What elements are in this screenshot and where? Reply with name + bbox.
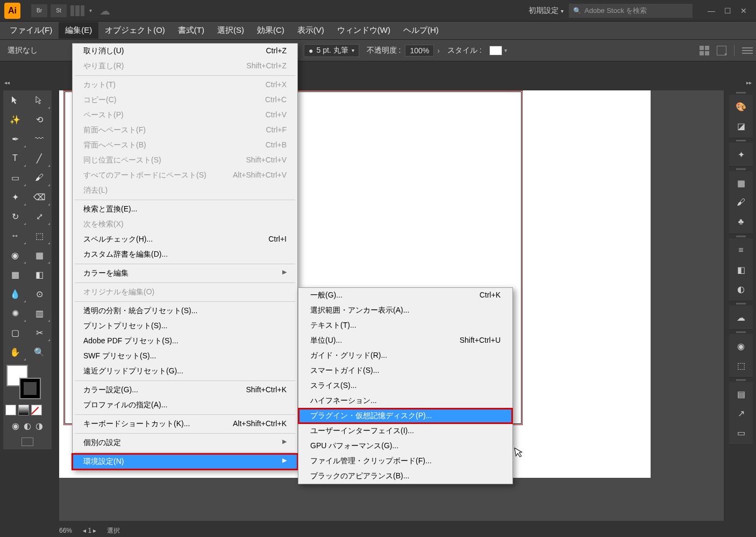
chevron-down-icon[interactable]: ▾ (504, 47, 507, 53)
direct-selection-tool[interactable] (27, 90, 51, 110)
draw-behind-icon[interactable]: ◐ (24, 421, 31, 431)
shaper-tool[interactable]: ✦ (3, 187, 27, 207)
blend-tool[interactable]: ⊙ (27, 284, 51, 303)
menu-help[interactable]: ヘルプ(H) (397, 22, 445, 39)
color-mode[interactable] (5, 405, 16, 415)
opacity-input[interactable]: 100% (405, 45, 434, 56)
cloud-sync-icon[interactable]: ☁ (99, 4, 110, 17)
menu-color-settings[interactable]: カラー設定(G)...Shift+Ctrl+K (73, 383, 297, 398)
screen-mode-button[interactable] (3, 434, 52, 449)
artboard-tool[interactable]: ▢ (3, 323, 27, 342)
menu-paste-all-artboards[interactable]: すべてのアートボードにペースト(S)Alt+Shift+Ctrl+V (73, 168, 297, 183)
stroke-panel-icon[interactable]: ≡ (729, 241, 753, 260)
eyedropper-tool[interactable]: 💧 (3, 284, 27, 303)
menu-assign-profile[interactable]: プロファイルの指定(A)... (73, 398, 297, 413)
menu-edit[interactable]: 編集(E) (59, 22, 98, 39)
transparency-panel-icon[interactable]: ◐ (729, 279, 753, 299)
menu-my-settings[interactable]: 個別の設定▶ (73, 435, 297, 450)
column-graph-tool[interactable]: ▥ (27, 303, 51, 323)
menu-edit-original[interactable]: オリジナルを編集(O) (73, 285, 297, 300)
properties-panel-icon[interactable]: ✦ (729, 145, 753, 164)
menu-paste[interactable]: ペースト(P)Ctrl+V (73, 108, 297, 123)
pref-guides-grid[interactable]: ガイド・グリッド(R)... (298, 348, 512, 363)
transform-options-icon[interactable]: ▸ (717, 46, 726, 55)
panel-drag-handle[interactable] (729, 330, 753, 334)
menu-find-next[interactable]: 次を検索(X) (73, 217, 297, 232)
menu-object[interactable]: オブジェクト(O) (98, 22, 172, 39)
menu-print-preset[interactable]: プリントプリセット(S)... (73, 319, 297, 334)
menu-paste-back[interactable]: 背面へペースト(B)Ctrl+B (73, 138, 297, 153)
zoom-tool[interactable]: 🔍 (27, 342, 51, 362)
menu-view[interactable]: 表示(V) (291, 22, 331, 39)
menu-file[interactable]: ファイル(F) (3, 22, 59, 39)
graphic-styles-panel-icon[interactable]: ⬚ (729, 356, 753, 375)
pref-general[interactable]: 一般(G)...Ctrl+K (298, 288, 512, 303)
type-tool[interactable]: T (3, 149, 27, 168)
menu-preferences[interactable]: 環境設定(N)▶ (73, 454, 297, 469)
eraser-tool[interactable]: ⌫ (27, 187, 51, 207)
draw-inside-icon[interactable]: ◑ (35, 421, 43, 431)
menu-transparency-preset[interactable]: 透明の分割・統合プリセット(S)... (73, 303, 297, 319)
pref-smart-guides[interactable]: スマートガイド(S)... (298, 363, 512, 378)
arrange-documents-icon[interactable] (70, 5, 85, 16)
menu-custom-dictionary[interactable]: カスタム辞書を編集(D)... (73, 247, 297, 262)
menu-type[interactable]: 書式(T) (172, 22, 211, 39)
panel-drag-handle[interactable] (729, 234, 753, 238)
menu-select[interactable]: 選択(S) (211, 22, 251, 39)
perspective-grid-tool[interactable]: ▦ (27, 245, 51, 265)
pref-units[interactable]: 単位(U)...Shift+Ctrl+U (298, 333, 512, 348)
menu-paste-place[interactable]: 同じ位置にペースト(S)Shift+Ctrl+V (73, 153, 297, 168)
line-tool[interactable]: ╱ (27, 149, 51, 168)
style-swatch[interactable] (489, 46, 502, 55)
lasso-tool[interactable]: ⟲ (27, 110, 51, 129)
menu-clear[interactable]: 消去(L) (73, 183, 297, 198)
width-tool[interactable]: ↔ (3, 226, 27, 245)
artboard-nav[interactable]: ◂ 1 ▸ (83, 527, 96, 534)
menu-redo[interactable]: やり直し(R)Shift+Ctrl+Z (73, 59, 297, 74)
draw-normal-icon[interactable]: ◉ (12, 421, 19, 431)
stock-button[interactable]: St (51, 4, 67, 17)
panel-drag-handle[interactable] (729, 90, 753, 95)
zoom-level[interactable]: 66% (59, 527, 72, 534)
pref-selection-anchor[interactable]: 選択範囲・アンカー表示(A)... (298, 303, 512, 318)
panel-drag-handle[interactable] (729, 167, 753, 171)
fill-stroke-control[interactable] (3, 362, 52, 402)
menu-spell-check[interactable]: スペルチェック(H)...Ctrl+I (73, 232, 297, 247)
pen-tool[interactable]: ✒ (3, 129, 27, 149)
workspace-switcher[interactable]: 初期設定 ▾ (529, 6, 564, 16)
menu-paste-front[interactable]: 前面へペースト(F)Ctrl+F (73, 123, 297, 138)
panel-drag-handle[interactable] (729, 378, 753, 382)
appearance-panel-icon[interactable]: ◉ (729, 336, 753, 356)
slice-tool[interactable]: ✂ (27, 323, 51, 342)
menu-window[interactable]: ウィンドウ(W) (331, 22, 397, 39)
align-options-icon[interactable] (700, 46, 709, 55)
pref-text[interactable]: テキスト(T)... (298, 318, 512, 333)
artboards-panel-icon[interactable]: ▭ (729, 423, 753, 442)
shape-builder-tool[interactable]: ◉ (3, 245, 27, 265)
brushes-panel-icon[interactable]: 🖌 (729, 193, 753, 212)
menu-pdf-preset[interactable]: Adobe PDF プリセット(S)... (73, 334, 297, 349)
scale-tool[interactable]: ⤢ (27, 207, 51, 226)
pref-slices[interactable]: スライス(S)... (298, 378, 512, 393)
rectangle-tool[interactable]: ▭ (3, 168, 27, 187)
panel-drag-handle[interactable] (729, 138, 753, 143)
stroke-swatch[interactable] (19, 378, 41, 399)
free-transform-tool[interactable]: ⬚ (27, 226, 51, 245)
layers-panel-icon[interactable]: ▤ (729, 384, 753, 404)
expand-panels-icon[interactable]: ▸▸ (746, 80, 752, 86)
pref-black-appearance[interactable]: ブラックのアピアランス(B)... (298, 469, 512, 484)
pref-file-clipboard[interactable]: ファイル管理・クリップボード(F)... (298, 454, 512, 469)
selection-tool[interactable] (3, 90, 27, 110)
asset-export-panel-icon[interactable]: ↗ (729, 404, 753, 423)
pref-gpu-performance[interactable]: GPU パフォーマンス(G)... (298, 439, 512, 454)
menu-find-replace[interactable]: 検索と置換(E)... (73, 202, 297, 217)
panel-drag-handle[interactable] (729, 301, 753, 306)
gradient-mode[interactable] (18, 405, 29, 415)
gradient-panel-icon[interactable]: ◧ (729, 260, 753, 279)
rotate-tool[interactable]: ↻ (3, 207, 27, 226)
symbols-panel-icon[interactable]: ♣ (729, 212, 753, 231)
stock-search-input[interactable]: 🔍 Adobe Stock を検索 (569, 4, 693, 18)
minimize-button[interactable]: — (703, 4, 719, 18)
hand-tool[interactable]: ✋ (3, 342, 27, 362)
menu-undo[interactable]: 取り消し(U)Ctrl+Z (73, 44, 297, 59)
